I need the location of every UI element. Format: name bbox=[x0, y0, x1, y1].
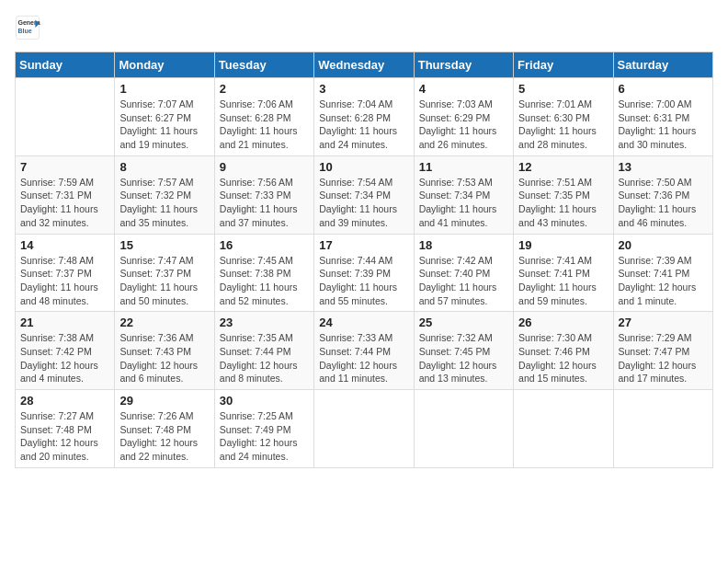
day-number: 29 bbox=[119, 394, 209, 408]
day-header-wednesday: Wednesday bbox=[314, 52, 414, 78]
day-number: 3 bbox=[319, 82, 408, 96]
logo: General Blue bbox=[15, 15, 44, 40]
day-cell: 1Sunrise: 7:07 AM Sunset: 6:27 PM Daylig… bbox=[115, 78, 214, 156]
day-number: 26 bbox=[518, 316, 608, 329]
day-cell: 21Sunrise: 7:38 AM Sunset: 7:42 PM Dayli… bbox=[16, 312, 115, 390]
day-cell: 8Sunrise: 7:57 AM Sunset: 7:32 PM Daylig… bbox=[115, 155, 214, 234]
day-cell: 19Sunrise: 7:41 AM Sunset: 7:41 PM Dayli… bbox=[514, 234, 613, 312]
day-cell: 13Sunrise: 7:50 AM Sunset: 7:36 PM Dayli… bbox=[613, 155, 712, 234]
day-info: Sunrise: 7:59 AM Sunset: 7:31 PM Dayligh… bbox=[20, 176, 109, 230]
day-number: 28 bbox=[20, 394, 109, 408]
week-row-4: 21Sunrise: 7:38 AM Sunset: 7:42 PM Dayli… bbox=[16, 312, 713, 390]
day-header-friday: Friday bbox=[514, 52, 613, 78]
day-cell: 10Sunrise: 7:54 AM Sunset: 7:34 PM Dayli… bbox=[314, 155, 414, 234]
logo-icon: General Blue bbox=[15, 15, 40, 40]
day-cell: 17Sunrise: 7:44 AM Sunset: 7:39 PM Dayli… bbox=[314, 234, 414, 312]
day-cell: 29Sunrise: 7:26 AM Sunset: 7:48 PM Dayli… bbox=[115, 390, 214, 468]
day-info: Sunrise: 7:00 AM Sunset: 6:31 PM Dayligh… bbox=[619, 98, 708, 152]
day-number: 5 bbox=[518, 82, 608, 96]
day-number: 2 bbox=[220, 82, 309, 96]
day-info: Sunrise: 7:30 AM Sunset: 7:46 PM Dayligh… bbox=[518, 331, 608, 385]
day-number: 30 bbox=[220, 394, 309, 408]
day-info: Sunrise: 7:47 AM Sunset: 7:37 PM Dayligh… bbox=[119, 254, 209, 308]
week-row-3: 14Sunrise: 7:48 AM Sunset: 7:37 PM Dayli… bbox=[16, 234, 713, 312]
day-cell: 4Sunrise: 7:03 AM Sunset: 6:29 PM Daylig… bbox=[414, 78, 513, 156]
day-cell: 22Sunrise: 7:36 AM Sunset: 7:43 PM Dayli… bbox=[115, 312, 214, 390]
day-cell: 12Sunrise: 7:51 AM Sunset: 7:35 PM Dayli… bbox=[514, 155, 613, 234]
day-number: 20 bbox=[619, 238, 708, 252]
day-info: Sunrise: 7:39 AM Sunset: 7:41 PM Dayligh… bbox=[619, 254, 708, 308]
day-cell bbox=[514, 390, 613, 468]
day-number: 22 bbox=[119, 316, 209, 329]
day-cell: 23Sunrise: 7:35 AM Sunset: 7:44 PM Dayli… bbox=[214, 312, 313, 390]
day-cell: 24Sunrise: 7:33 AM Sunset: 7:44 PM Dayli… bbox=[314, 312, 414, 390]
day-info: Sunrise: 7:44 AM Sunset: 7:39 PM Dayligh… bbox=[319, 254, 408, 308]
day-cell: 11Sunrise: 7:53 AM Sunset: 7:34 PM Dayli… bbox=[414, 155, 513, 234]
day-info: Sunrise: 7:03 AM Sunset: 6:29 PM Dayligh… bbox=[419, 98, 508, 152]
day-cell: 7Sunrise: 7:59 AM Sunset: 7:31 PM Daylig… bbox=[16, 155, 115, 234]
day-cell: 2Sunrise: 7:06 AM Sunset: 6:28 PM Daylig… bbox=[214, 78, 313, 156]
day-info: Sunrise: 7:38 AM Sunset: 7:42 PM Dayligh… bbox=[20, 331, 109, 385]
day-cell: 15Sunrise: 7:47 AM Sunset: 7:37 PM Dayli… bbox=[115, 234, 214, 312]
day-number: 16 bbox=[220, 238, 309, 252]
day-cell: 25Sunrise: 7:32 AM Sunset: 7:45 PM Dayli… bbox=[414, 312, 513, 390]
day-header-sunday: Sunday bbox=[16, 52, 115, 78]
day-cell bbox=[314, 390, 414, 468]
day-cell: 5Sunrise: 7:01 AM Sunset: 6:30 PM Daylig… bbox=[514, 78, 613, 156]
day-cell: 14Sunrise: 7:48 AM Sunset: 7:37 PM Dayli… bbox=[16, 234, 115, 312]
week-row-5: 28Sunrise: 7:27 AM Sunset: 7:48 PM Dayli… bbox=[16, 390, 713, 468]
day-number: 4 bbox=[419, 82, 508, 96]
svg-text:Blue: Blue bbox=[18, 28, 32, 34]
day-cell: 28Sunrise: 7:27 AM Sunset: 7:48 PM Dayli… bbox=[16, 390, 115, 468]
day-cell: 26Sunrise: 7:30 AM Sunset: 7:46 PM Dayli… bbox=[514, 312, 613, 390]
day-number: 9 bbox=[220, 160, 309, 174]
day-info: Sunrise: 7:25 AM Sunset: 7:49 PM Dayligh… bbox=[220, 409, 309, 464]
day-number: 17 bbox=[319, 238, 408, 252]
day-number: 15 bbox=[119, 238, 209, 252]
day-header-tuesday: Tuesday bbox=[214, 52, 313, 78]
week-row-2: 7Sunrise: 7:59 AM Sunset: 7:31 PM Daylig… bbox=[16, 155, 713, 234]
day-number: 7 bbox=[20, 160, 109, 174]
day-info: Sunrise: 7:56 AM Sunset: 7:33 PM Dayligh… bbox=[220, 176, 309, 230]
day-number: 25 bbox=[419, 316, 508, 329]
day-cell: 20Sunrise: 7:39 AM Sunset: 7:41 PM Dayli… bbox=[613, 234, 712, 312]
calendar-header-row: SundayMondayTuesdayWednesdayThursdayFrid… bbox=[16, 52, 713, 78]
day-info: Sunrise: 7:41 AM Sunset: 7:41 PM Dayligh… bbox=[518, 254, 608, 308]
day-number: 6 bbox=[619, 82, 708, 96]
day-info: Sunrise: 7:01 AM Sunset: 6:30 PM Dayligh… bbox=[518, 98, 608, 152]
day-info: Sunrise: 7:26 AM Sunset: 7:48 PM Dayligh… bbox=[119, 409, 209, 464]
day-info: Sunrise: 7:32 AM Sunset: 7:45 PM Dayligh… bbox=[419, 331, 508, 385]
day-info: Sunrise: 7:27 AM Sunset: 7:48 PM Dayligh… bbox=[20, 409, 109, 464]
day-cell bbox=[414, 390, 513, 468]
day-cell: 16Sunrise: 7:45 AM Sunset: 7:38 PM Dayli… bbox=[214, 234, 313, 312]
day-header-monday: Monday bbox=[115, 52, 214, 78]
day-info: Sunrise: 7:51 AM Sunset: 7:35 PM Dayligh… bbox=[518, 176, 608, 230]
day-cell: 27Sunrise: 7:29 AM Sunset: 7:47 PM Dayli… bbox=[613, 312, 712, 390]
page-header: General Blue bbox=[15, 15, 713, 40]
day-info: Sunrise: 7:33 AM Sunset: 7:44 PM Dayligh… bbox=[319, 331, 408, 385]
day-number: 18 bbox=[419, 238, 508, 252]
day-info: Sunrise: 7:42 AM Sunset: 7:40 PM Dayligh… bbox=[419, 254, 508, 308]
day-number: 1 bbox=[119, 82, 209, 96]
day-number: 11 bbox=[419, 160, 508, 174]
calendar-table: SundayMondayTuesdayWednesdayThursdayFrid… bbox=[15, 52, 713, 468]
day-info: Sunrise: 7:07 AM Sunset: 6:27 PM Dayligh… bbox=[119, 98, 209, 152]
day-cell bbox=[613, 390, 712, 468]
day-info: Sunrise: 7:45 AM Sunset: 7:38 PM Dayligh… bbox=[220, 254, 309, 308]
day-number: 10 bbox=[319, 160, 408, 174]
week-row-1: 1Sunrise: 7:07 AM Sunset: 6:27 PM Daylig… bbox=[16, 78, 713, 156]
day-cell bbox=[16, 78, 115, 156]
day-header-saturday: Saturday bbox=[613, 52, 712, 78]
day-info: Sunrise: 7:35 AM Sunset: 7:44 PM Dayligh… bbox=[220, 331, 309, 385]
day-number: 19 bbox=[518, 238, 608, 252]
day-number: 21 bbox=[20, 316, 109, 329]
day-cell: 6Sunrise: 7:00 AM Sunset: 6:31 PM Daylig… bbox=[613, 78, 712, 156]
day-info: Sunrise: 7:53 AM Sunset: 7:34 PM Dayligh… bbox=[419, 176, 508, 230]
day-cell: 3Sunrise: 7:04 AM Sunset: 6:28 PM Daylig… bbox=[314, 78, 414, 156]
day-info: Sunrise: 7:54 AM Sunset: 7:34 PM Dayligh… bbox=[319, 176, 408, 230]
day-info: Sunrise: 7:29 AM Sunset: 7:47 PM Dayligh… bbox=[619, 331, 708, 385]
day-info: Sunrise: 7:36 AM Sunset: 7:43 PM Dayligh… bbox=[119, 331, 209, 385]
day-cell: 30Sunrise: 7:25 AM Sunset: 7:49 PM Dayli… bbox=[214, 390, 313, 468]
day-number: 27 bbox=[619, 316, 708, 329]
day-number: 13 bbox=[619, 160, 708, 174]
